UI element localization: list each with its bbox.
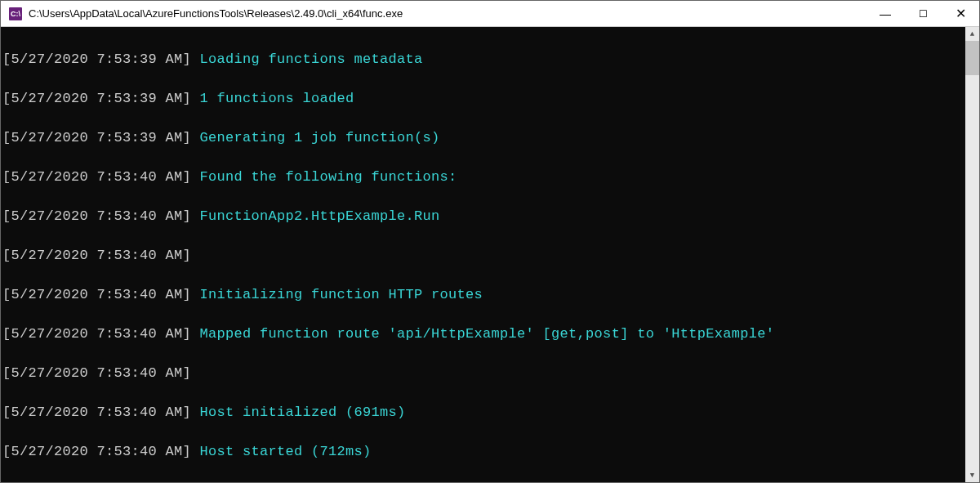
window-title: C:\Users\AppData\Local\AzureFunctionsToo…	[29, 7, 866, 20]
close-button[interactable]: ✕	[942, 1, 979, 26]
timestamp: [5/27/2020 7:53:40 AM]	[2, 287, 200, 302]
log-line: Found the following functions:	[200, 169, 457, 185]
minimize-button[interactable]: —	[866, 1, 904, 26]
timestamp: [5/27/2020 7:53:40 AM]	[2, 248, 200, 263]
timestamp: [5/27/2020 7:53:39 AM]	[2, 91, 200, 106]
timestamp: [5/27/2020 7:53:40 AM]	[2, 169, 200, 185]
log-line: FunctionApp2.HttpExample.Run	[200, 208, 440, 224]
timestamp: [5/27/2020 7:53:40 AM]	[2, 405, 200, 420]
log-line: Generating 1 job function(s)	[200, 130, 440, 145]
log-line: Loading functions metadata	[200, 51, 423, 67]
timestamp: [5/27/2020 7:53:40 AM]	[2, 326, 200, 342]
timestamp: [5/27/2020 7:53:40 AM]	[2, 444, 200, 459]
log-line: Initializing function HTTP routes	[200, 287, 483, 302]
scroll-up-icon[interactable]: ▲	[965, 27, 979, 41]
log-line: 1 functions loaded	[200, 91, 354, 106]
maximize-button[interactable]: ☐	[904, 1, 942, 26]
window-controls: — ☐ ✕	[866, 1, 979, 26]
timestamp: [5/27/2020 7:53:40 AM]	[2, 365, 200, 381]
log-line: Host initialized (691ms)	[200, 405, 406, 420]
scroll-down-icon[interactable]: ▼	[965, 468, 979, 482]
console-area: [5/27/2020 7:53:39 AM] Loading functions…	[1, 27, 979, 482]
log-line: Mapped function route 'api/HttpExample' …	[200, 326, 775, 342]
timestamp: [5/27/2020 7:53:39 AM]	[2, 130, 200, 145]
scroll-thumb[interactable]	[965, 41, 979, 75]
vertical-scrollbar[interactable]: ▲ ▼	[965, 27, 979, 482]
log-line: Host started (712ms)	[200, 444, 372, 459]
window-titlebar: C:\ C:\Users\AppData\Local\AzureFunction…	[1, 1, 979, 27]
timestamp: [5/27/2020 7:53:40 AM]	[2, 208, 200, 224]
app-icon: C:\	[9, 7, 22, 20]
console-output[interactable]: [5/27/2020 7:53:39 AM] Loading functions…	[1, 27, 965, 482]
timestamp: [5/27/2020 7:53:39 AM]	[2, 51, 200, 67]
